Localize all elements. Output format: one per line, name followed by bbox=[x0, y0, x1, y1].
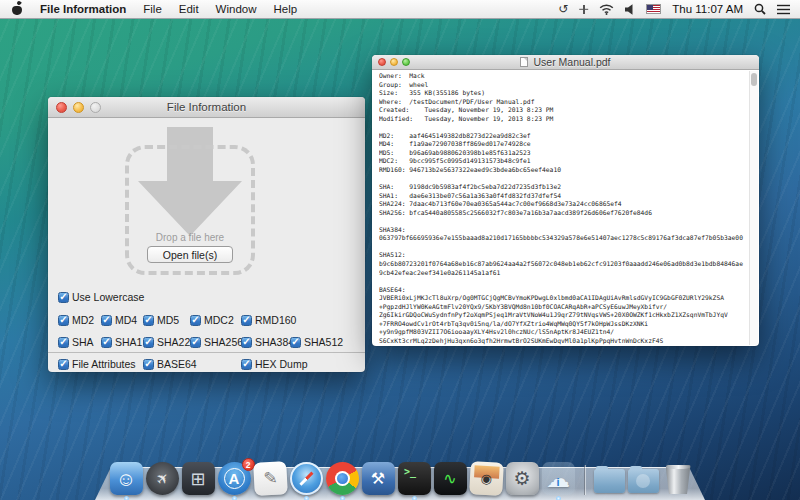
spotlight-icon[interactable] bbox=[754, 3, 766, 15]
checkbox-checked-icon[interactable] bbox=[58, 359, 69, 370]
minimize-button[interactable] bbox=[390, 58, 398, 66]
scrollbar-thumb[interactable] bbox=[751, 73, 757, 86]
scrollbar-track[interactable] bbox=[749, 71, 758, 345]
checkbox-item[interactable]: SHA1 bbox=[101, 336, 143, 348]
bluetooth-icon[interactable] bbox=[579, 5, 588, 14]
app-menu-name[interactable]: File Information bbox=[40, 3, 126, 15]
checkbox-checked-icon[interactable] bbox=[101, 315, 112, 326]
checkbox-item[interactable]: SHA256 bbox=[190, 336, 241, 348]
checkbox-item[interactable]: MD4 bbox=[101, 314, 143, 326]
checkbox-item[interactable]: MDC2 bbox=[190, 314, 241, 326]
file-information-titlebar[interactable]: File Information bbox=[48, 97, 365, 118]
menu-item[interactable]: File bbox=[143, 3, 162, 15]
dock-folder-documents[interactable] bbox=[594, 469, 625, 493]
menu-bar-clock[interactable]: Thu 11:07 AM bbox=[672, 3, 743, 15]
dock-app-mission-control[interactable]: ⊞ bbox=[182, 462, 215, 495]
dock-app-app-store[interactable]: A2 bbox=[218, 462, 251, 495]
file-drop-zone[interactable]: Drop a file here Open file(s) bbox=[48, 119, 365, 289]
checkbox-checked-icon[interactable] bbox=[58, 292, 69, 303]
dock-app-finder[interactable]: ☺ bbox=[110, 462, 143, 495]
drop-hint-label: Drop a file here bbox=[125, 232, 255, 243]
wifi-icon[interactable] bbox=[599, 4, 614, 15]
checkbox-item[interactable]: File Attributes bbox=[58, 358, 143, 370]
hash-report-text: Owner: Mack Group: wheel Size: 355 KB(35… bbox=[379, 72, 747, 346]
input-source-flag-icon[interactable] bbox=[646, 4, 661, 14]
checkbox-item[interactable]: MD5 bbox=[143, 314, 190, 326]
pdf-window-titlebar[interactable]: User Manual.pdf bbox=[372, 55, 759, 70]
dock-folder-downloads[interactable] bbox=[628, 469, 659, 493]
dock-app-iphoto[interactable]: ◉ bbox=[469, 461, 504, 496]
minimize-button[interactable] bbox=[73, 102, 84, 113]
zoom-button[interactable] bbox=[402, 58, 410, 66]
checkbox-checked-icon[interactable] bbox=[58, 315, 69, 326]
dock-app-textedit[interactable]: ✎ bbox=[253, 461, 288, 496]
checkbox-checked-icon[interactable] bbox=[241, 359, 252, 370]
checkbox-item[interactable]: HEX Dump bbox=[241, 358, 359, 370]
checkbox-checked-icon[interactable] bbox=[58, 337, 69, 348]
checkbox-checked-icon[interactable] bbox=[190, 337, 201, 348]
running-indicator bbox=[124, 496, 129, 500]
running-indicator bbox=[340, 496, 345, 500]
checkbox-item[interactable]: BASE64 bbox=[143, 358, 241, 370]
running-indicator bbox=[304, 496, 309, 500]
dock-app-system-preferences[interactable]: ⚙ bbox=[506, 462, 539, 495]
trash-icon[interactable] bbox=[666, 465, 691, 494]
checkbox-checked-icon[interactable] bbox=[290, 337, 301, 348]
time-machine-icon[interactable]: ↺ bbox=[558, 3, 568, 15]
menu-item[interactable]: Help bbox=[274, 3, 298, 15]
dock-app-terminal[interactable]: >_ bbox=[398, 462, 431, 495]
checkbox-checked-icon[interactable] bbox=[190, 315, 201, 326]
close-button[interactable] bbox=[56, 102, 67, 113]
checkbox-item[interactable]: Use Lowercase bbox=[58, 291, 359, 303]
checkbox-item[interactable]: RMD160 bbox=[241, 314, 290, 326]
document-icon bbox=[520, 57, 528, 67]
open-files-button[interactable]: Open file(s) bbox=[147, 246, 233, 263]
menu-bar: File Information FileEditWindowHelp ↺ Th… bbox=[0, 0, 800, 19]
running-indicator bbox=[232, 496, 237, 500]
checkbox-item[interactable]: SHA512 bbox=[290, 336, 359, 348]
dock-app-xcode[interactable]: ⚒ bbox=[362, 462, 395, 495]
user-manual-pdf-window: User Manual.pdf Owner: Mack Group: wheel… bbox=[372, 55, 759, 346]
checkbox-checked-icon[interactable] bbox=[241, 337, 252, 348]
checkbox-checked-icon[interactable] bbox=[241, 315, 252, 326]
checkbox-checked-icon[interactable] bbox=[143, 359, 154, 370]
file-information-window: File Information Drop a file here Open f… bbox=[48, 97, 365, 372]
close-button[interactable] bbox=[378, 58, 386, 66]
checkbox-item[interactable]: SHA bbox=[58, 336, 101, 348]
running-indicator bbox=[556, 496, 561, 500]
notification-center-icon[interactable] bbox=[777, 4, 790, 15]
section-divider bbox=[48, 352, 365, 353]
checkbox-checked-icon[interactable] bbox=[143, 337, 154, 348]
window-title: User Manual.pdf bbox=[372, 56, 759, 68]
dock-app-safari[interactable] bbox=[290, 462, 323, 495]
dock-app-chrome[interactable] bbox=[326, 462, 359, 495]
menu-item[interactable]: Window bbox=[216, 3, 257, 15]
checkbox-checked-icon[interactable] bbox=[101, 337, 112, 348]
checkbox-item[interactable]: MD2 bbox=[58, 314, 101, 326]
dock-app-file-information[interactable]: ☁ bbox=[542, 462, 575, 495]
checkbox-item[interactable]: SHA224 bbox=[143, 336, 190, 348]
dock-separator bbox=[584, 465, 585, 495]
zoom-button-disabled bbox=[90, 102, 101, 113]
volume-icon[interactable] bbox=[625, 4, 635, 15]
desktop-wallpaper: File Information FileEditWindowHelp ↺ Th… bbox=[0, 0, 800, 500]
checkbox-checked-icon[interactable] bbox=[143, 315, 154, 326]
dock-app-launchpad[interactable]: ✈ bbox=[146, 462, 179, 495]
menu-item[interactable]: Edit bbox=[179, 3, 199, 15]
running-indicator bbox=[412, 496, 417, 500]
apple-menu-icon[interactable] bbox=[12, 3, 23, 15]
dock: ☺✈⊞A2✎⚒>_∿◉⚙☁ bbox=[0, 462, 800, 495]
dock-app-activity-monitor[interactable]: ∿ bbox=[434, 462, 467, 495]
checkbox-item[interactable]: SHA384 bbox=[241, 336, 290, 348]
